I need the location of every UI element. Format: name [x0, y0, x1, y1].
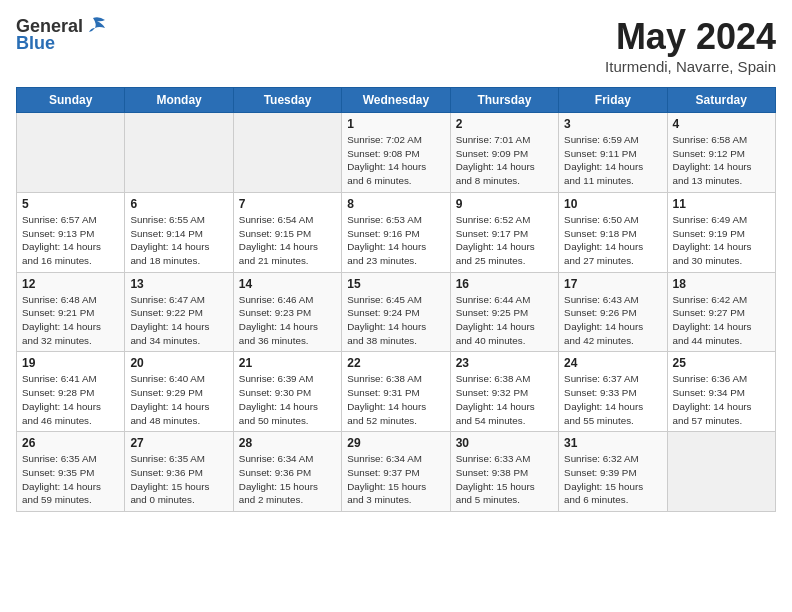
day-number: 20: [130, 356, 227, 370]
calendar-cell: 15 Sunrise: 6:45 AMSunset: 9:24 PMDaylig…: [342, 272, 450, 352]
day-number: 23: [456, 356, 553, 370]
calendar-cell: 7 Sunrise: 6:54 AMSunset: 9:15 PMDayligh…: [233, 192, 341, 272]
subtitle: Iturmendi, Navarre, Spain: [605, 58, 776, 75]
calendar-table: SundayMondayTuesdayWednesdayThursdayFrid…: [16, 87, 776, 512]
day-of-week-header: Friday: [559, 88, 667, 113]
calendar-week-row: 5 Sunrise: 6:57 AMSunset: 9:13 PMDayligh…: [17, 192, 776, 272]
calendar-cell: 5 Sunrise: 6:57 AMSunset: 9:13 PMDayligh…: [17, 192, 125, 272]
calendar-cell: 19 Sunrise: 6:41 AMSunset: 9:28 PMDaylig…: [17, 352, 125, 432]
calendar-cell: 20 Sunrise: 6:40 AMSunset: 9:29 PMDaylig…: [125, 352, 233, 432]
calendar-cell: 1 Sunrise: 7:02 AMSunset: 9:08 PMDayligh…: [342, 113, 450, 193]
day-number: 10: [564, 197, 661, 211]
calendar-cell: 4 Sunrise: 6:58 AMSunset: 9:12 PMDayligh…: [667, 113, 775, 193]
calendar-week-row: 26 Sunrise: 6:35 AMSunset: 9:35 PMDaylig…: [17, 432, 776, 512]
day-number: 17: [564, 277, 661, 291]
day-info: Sunrise: 6:54 AMSunset: 9:15 PMDaylight:…: [239, 213, 336, 268]
day-of-week-header: Tuesday: [233, 88, 341, 113]
day-number: 27: [130, 436, 227, 450]
days-of-week-row: SundayMondayTuesdayWednesdayThursdayFrid…: [17, 88, 776, 113]
calendar-cell: 18 Sunrise: 6:42 AMSunset: 9:27 PMDaylig…: [667, 272, 775, 352]
day-number: 14: [239, 277, 336, 291]
day-info: Sunrise: 6:52 AMSunset: 9:17 PMDaylight:…: [456, 213, 553, 268]
calendar-cell: 11 Sunrise: 6:49 AMSunset: 9:19 PMDaylig…: [667, 192, 775, 272]
day-of-week-header: Sunday: [17, 88, 125, 113]
day-number: 11: [673, 197, 770, 211]
day-info: Sunrise: 6:59 AMSunset: 9:11 PMDaylight:…: [564, 133, 661, 188]
day-number: 22: [347, 356, 444, 370]
day-info: Sunrise: 6:36 AMSunset: 9:34 PMDaylight:…: [673, 372, 770, 427]
day-info: Sunrise: 6:45 AMSunset: 9:24 PMDaylight:…: [347, 293, 444, 348]
day-number: 8: [347, 197, 444, 211]
day-number: 5: [22, 197, 119, 211]
calendar-cell: 24 Sunrise: 6:37 AMSunset: 9:33 PMDaylig…: [559, 352, 667, 432]
day-info: Sunrise: 6:50 AMSunset: 9:18 PMDaylight:…: [564, 213, 661, 268]
day-info: Sunrise: 6:34 AMSunset: 9:36 PMDaylight:…: [239, 452, 336, 507]
calendar-cell: 31 Sunrise: 6:32 AMSunset: 9:39 PMDaylig…: [559, 432, 667, 512]
day-of-week-header: Saturday: [667, 88, 775, 113]
calendar-cell: 27 Sunrise: 6:35 AMSunset: 9:36 PMDaylig…: [125, 432, 233, 512]
day-info: Sunrise: 6:44 AMSunset: 9:25 PMDaylight:…: [456, 293, 553, 348]
calendar-cell: [233, 113, 341, 193]
day-info: Sunrise: 6:53 AMSunset: 9:16 PMDaylight:…: [347, 213, 444, 268]
day-number: 13: [130, 277, 227, 291]
day-number: 3: [564, 117, 661, 131]
day-of-week-header: Thursday: [450, 88, 558, 113]
day-of-week-header: Wednesday: [342, 88, 450, 113]
day-number: 12: [22, 277, 119, 291]
calendar-cell: 8 Sunrise: 6:53 AMSunset: 9:16 PMDayligh…: [342, 192, 450, 272]
day-number: 1: [347, 117, 444, 131]
page-header: General Blue May 2024 Iturmendi, Navarre…: [16, 16, 776, 75]
day-number: 26: [22, 436, 119, 450]
calendar-cell: 26 Sunrise: 6:35 AMSunset: 9:35 PMDaylig…: [17, 432, 125, 512]
day-info: Sunrise: 6:32 AMSunset: 9:39 PMDaylight:…: [564, 452, 661, 507]
day-info: Sunrise: 6:48 AMSunset: 9:21 PMDaylight:…: [22, 293, 119, 348]
day-number: 16: [456, 277, 553, 291]
title-block: May 2024 Iturmendi, Navarre, Spain: [605, 16, 776, 75]
calendar-cell: 14 Sunrise: 6:46 AMSunset: 9:23 PMDaylig…: [233, 272, 341, 352]
day-info: Sunrise: 6:55 AMSunset: 9:14 PMDaylight:…: [130, 213, 227, 268]
calendar-cell: [125, 113, 233, 193]
calendar-cell: 25 Sunrise: 6:36 AMSunset: 9:34 PMDaylig…: [667, 352, 775, 432]
day-of-week-header: Monday: [125, 88, 233, 113]
day-info: Sunrise: 6:58 AMSunset: 9:12 PMDaylight:…: [673, 133, 770, 188]
day-number: 29: [347, 436, 444, 450]
day-number: 6: [130, 197, 227, 211]
main-title: May 2024: [605, 16, 776, 58]
logo: General Blue: [16, 16, 107, 54]
calendar-cell: 6 Sunrise: 6:55 AMSunset: 9:14 PMDayligh…: [125, 192, 233, 272]
day-number: 31: [564, 436, 661, 450]
day-number: 4: [673, 117, 770, 131]
calendar-cell: 16 Sunrise: 6:44 AMSunset: 9:25 PMDaylig…: [450, 272, 558, 352]
day-info: Sunrise: 6:35 AMSunset: 9:35 PMDaylight:…: [22, 452, 119, 507]
day-info: Sunrise: 6:43 AMSunset: 9:26 PMDaylight:…: [564, 293, 661, 348]
calendar-cell: 21 Sunrise: 6:39 AMSunset: 9:30 PMDaylig…: [233, 352, 341, 432]
day-info: Sunrise: 6:34 AMSunset: 9:37 PMDaylight:…: [347, 452, 444, 507]
calendar-header: SundayMondayTuesdayWednesdayThursdayFrid…: [17, 88, 776, 113]
day-number: 18: [673, 277, 770, 291]
calendar-cell: 12 Sunrise: 6:48 AMSunset: 9:21 PMDaylig…: [17, 272, 125, 352]
day-info: Sunrise: 6:47 AMSunset: 9:22 PMDaylight:…: [130, 293, 227, 348]
calendar-cell: 10 Sunrise: 6:50 AMSunset: 9:18 PMDaylig…: [559, 192, 667, 272]
calendar-cell: [667, 432, 775, 512]
calendar-cell: 30 Sunrise: 6:33 AMSunset: 9:38 PMDaylig…: [450, 432, 558, 512]
day-info: Sunrise: 7:02 AMSunset: 9:08 PMDaylight:…: [347, 133, 444, 188]
day-info: Sunrise: 6:38 AMSunset: 9:31 PMDaylight:…: [347, 372, 444, 427]
day-info: Sunrise: 6:35 AMSunset: 9:36 PMDaylight:…: [130, 452, 227, 507]
calendar-cell: 13 Sunrise: 6:47 AMSunset: 9:22 PMDaylig…: [125, 272, 233, 352]
day-number: 15: [347, 277, 444, 291]
calendar-week-row: 12 Sunrise: 6:48 AMSunset: 9:21 PMDaylig…: [17, 272, 776, 352]
day-number: 25: [673, 356, 770, 370]
calendar-cell: 23 Sunrise: 6:38 AMSunset: 9:32 PMDaylig…: [450, 352, 558, 432]
calendar-week-row: 1 Sunrise: 7:02 AMSunset: 9:08 PMDayligh…: [17, 113, 776, 193]
logo-bird-icon: [85, 16, 107, 34]
day-info: Sunrise: 6:42 AMSunset: 9:27 PMDaylight:…: [673, 293, 770, 348]
day-number: 21: [239, 356, 336, 370]
day-info: Sunrise: 6:37 AMSunset: 9:33 PMDaylight:…: [564, 372, 661, 427]
day-number: 2: [456, 117, 553, 131]
calendar-cell: 22 Sunrise: 6:38 AMSunset: 9:31 PMDaylig…: [342, 352, 450, 432]
day-info: Sunrise: 6:38 AMSunset: 9:32 PMDaylight:…: [456, 372, 553, 427]
day-info: Sunrise: 6:40 AMSunset: 9:29 PMDaylight:…: [130, 372, 227, 427]
calendar-cell: 3 Sunrise: 6:59 AMSunset: 9:11 PMDayligh…: [559, 113, 667, 193]
calendar-cell: 29 Sunrise: 6:34 AMSunset: 9:37 PMDaylig…: [342, 432, 450, 512]
calendar-cell: 17 Sunrise: 6:43 AMSunset: 9:26 PMDaylig…: [559, 272, 667, 352]
